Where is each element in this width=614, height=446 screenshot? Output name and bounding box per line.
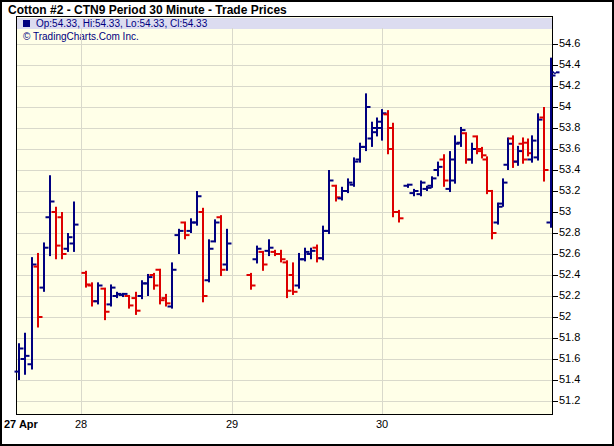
ohlc-bar — [338, 187, 347, 201]
y-axis-label: 53.6 — [559, 142, 580, 154]
y-axis-label: 54.4 — [559, 58, 580, 70]
y-axis-label: 51.2 — [559, 394, 580, 406]
y-axis-label: 54.6 — [559, 37, 580, 49]
ohlc-bar — [175, 229, 184, 254]
ohlc-bar — [434, 162, 443, 177]
ohlc-bar — [46, 175, 55, 256]
ohlc-bar — [356, 143, 365, 163]
ohlc-bar — [362, 93, 371, 151]
x-axis-label: 29 — [226, 418, 238, 430]
ohlc-bar — [534, 113, 543, 160]
price-chart-canvas — [17, 17, 552, 414]
ohlc-bar — [494, 203, 503, 225]
ohlc-bar — [473, 135, 482, 154]
y-axis-label: 53.8 — [559, 121, 580, 133]
ohlc-bar — [325, 170, 334, 234]
ohlc-bar — [547, 58, 556, 228]
y-axis-label: 52.8 — [559, 226, 580, 238]
ohlc-bar — [373, 118, 382, 137]
y-axis-label: 53.2 — [559, 184, 580, 196]
ohlc-bar — [271, 250, 280, 256]
ohlc-bar — [483, 156, 492, 194]
ohlc-bar — [223, 229, 232, 271]
ohlc-bar — [265, 239, 274, 256]
ohlc-bar — [488, 190, 497, 239]
y-axis-label: 53 — [559, 205, 571, 217]
ohlc-bar — [211, 219, 220, 242]
ohlc-bar — [193, 191, 202, 226]
ohlc-bar — [384, 110, 393, 154]
ohlc-bar — [94, 282, 103, 304]
ohlc-bar — [404, 184, 413, 188]
ohlc-bar — [504, 137, 513, 170]
chart-window: Cotton #2 - CTN9 Period 30 Minute - Trad… — [0, 0, 614, 446]
ohlc-bar — [468, 143, 477, 164]
y-axis-label: 52 — [559, 310, 571, 322]
ohlc-bar — [499, 178, 508, 206]
ohlc-bar — [217, 215, 226, 276]
ohlc-bar — [168, 262, 177, 308]
y-axis-label: 53.4 — [559, 163, 580, 175]
y-axis-label: 52.2 — [559, 289, 580, 301]
ohlc-bar — [144, 274, 153, 296]
ohlc-bar — [307, 248, 316, 260]
plot-area: Op:54.33, Hi:54.33, Lo:54.33, Cl:54.33 ©… — [16, 16, 553, 415]
ohlc-bar — [28, 257, 37, 369]
y-axis-label: 52.6 — [559, 247, 580, 259]
ohlc-bar — [509, 135, 518, 168]
ohlc-bar — [395, 210, 404, 223]
y-axis-label: 51.4 — [559, 373, 580, 385]
ohlc-bar — [70, 202, 79, 252]
ohlc-bar — [344, 178, 353, 193]
ohlc-bar — [514, 146, 523, 166]
ohlc-bar — [88, 282, 97, 306]
ohlc-bar — [58, 212, 67, 259]
y-axis-label: 52.4 — [559, 268, 580, 280]
x-axis-label: 28 — [75, 418, 87, 430]
ohlc-bar — [313, 245, 322, 263]
ohlc-bar — [64, 233, 73, 252]
ohlc-bar — [187, 218, 196, 233]
ohlc-bar — [428, 176, 437, 188]
y-axis-label: 54.2 — [559, 79, 580, 91]
ohlc-bar — [15, 343, 24, 380]
ohlc-bar — [21, 333, 30, 375]
ohlc-bar — [446, 151, 455, 192]
y-axis-label: 51.6 — [559, 352, 580, 364]
ohlc-bar — [259, 251, 268, 271]
y-axis-label: 51.8 — [559, 331, 580, 343]
ohlc-bar — [199, 208, 208, 302]
x-axis-label: 30 — [376, 418, 388, 430]
ohlc-bar — [40, 242, 49, 291]
chart-title: Cotton #2 - CTN9 Period 30 Minute - Trad… — [8, 3, 287, 17]
y-axis-label: 54 — [559, 100, 571, 112]
ohlc-bar — [478, 147, 487, 159]
ohlc-bar — [368, 122, 377, 147]
ohlc-bar — [277, 250, 286, 263]
ohlc-bar — [283, 260, 292, 298]
x-axis-label: 27 Apr — [4, 418, 38, 430]
